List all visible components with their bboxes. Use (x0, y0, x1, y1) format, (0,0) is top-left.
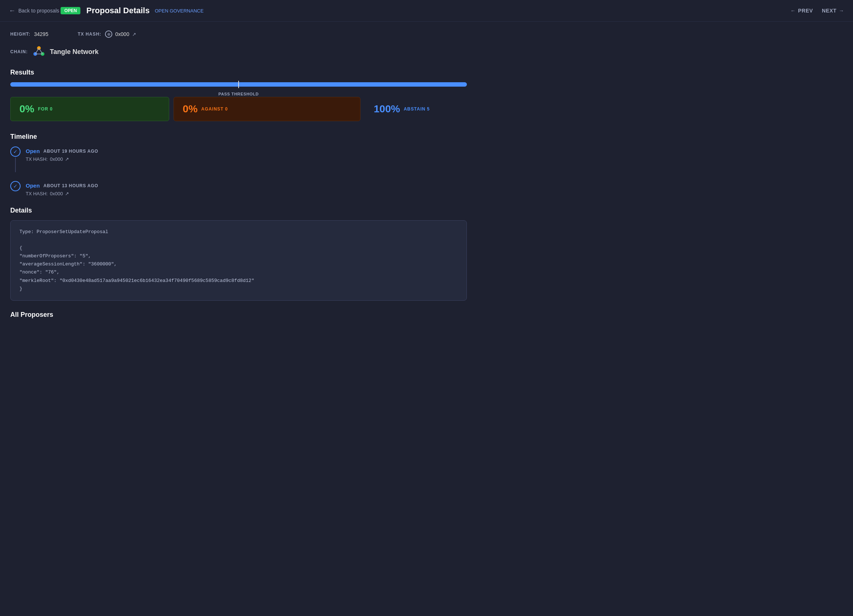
threshold-marker: PASS THRESHOLD (219, 81, 259, 96)
timeline-external-link-icon-2[interactable]: ↗ (65, 191, 69, 196)
height-meta: HEIGHT: 34295 (10, 31, 49, 37)
timeline-title: Timeline (10, 133, 467, 141)
threshold-line (238, 81, 239, 88)
timeline-check-icon-2: ✓ (10, 181, 21, 191)
vote-boxes: 0% FOR 0 0% AGAINST 0 100% ABSTAIN 5 (10, 97, 467, 121)
chain-logo-icon (32, 45, 46, 58)
timeline-connector (15, 158, 16, 172)
prev-arrow-icon: ← (791, 8, 796, 14)
tx-hash-value: 0x000 (115, 31, 129, 37)
open-badge: OPEN (61, 7, 80, 14)
page-content: HEIGHT: 34295 TX HASH: ⊕ 0x000 ↗ CHAIN: … (0, 22, 477, 333)
prev-label: PREV (798, 8, 813, 14)
timeline-tx-value: 0x000 (50, 156, 63, 162)
against-percent: 0% (183, 103, 197, 115)
all-proposers-section: All Proposers (10, 311, 467, 319)
details-code-box: Type: ProposerSetUpdateProposal { "numbe… (10, 220, 467, 300)
timeline-item: ✓ Open ABOUT 13 HOURS AGO TX HASH: 0x000… (10, 181, 467, 196)
timeline-tx-label: TX HASH: (26, 156, 48, 162)
details-line-4: "averageSessionLength": "3600000", (20, 260, 458, 269)
timeline-tx-label-2: TX HASH: (26, 191, 48, 196)
progress-bar-container: PASS THRESHOLD (10, 82, 467, 86)
timeline-time-2: ABOUT 13 HOURS AGO (43, 183, 98, 188)
svg-line-3 (35, 48, 39, 54)
timeline-status: Open (26, 148, 39, 154)
results-title: Results (10, 69, 467, 76)
details-line-5: "nonce": "76", (20, 269, 458, 276)
chain-name: Tangle Network (50, 48, 99, 56)
vote-box-for: 0% FOR 0 (10, 97, 169, 121)
for-percent: 0% (20, 103, 34, 115)
next-arrow-icon: → (839, 8, 844, 14)
header-navigation: ← PREV NEXT → (791, 8, 844, 14)
tx-hash-wrapper: ⊕ 0x000 ↗ (105, 30, 136, 38)
timeline-section: Timeline ✓ Open ABOUT 19 HOURS AGO TX HA… (10, 133, 467, 196)
chain-row: CHAIN: Tangle Network (10, 45, 467, 58)
timeline-icon-wrapper-2: ✓ (10, 181, 21, 191)
next-button[interactable]: NEXT → (822, 8, 844, 14)
timeline-content-2: Open ABOUT 13 HOURS AGO TX HASH: 0x000 ↗ (26, 181, 99, 196)
details-line-1: Type: ProposerSetUpdateProposal (20, 228, 458, 236)
timeline-external-link-icon[interactable]: ↗ (65, 156, 69, 162)
timeline-icon-wrapper: ✓ (10, 146, 21, 172)
back-link[interactable]: ← Back to proposals (9, 7, 59, 15)
vote-box-against: 0% AGAINST 0 (174, 97, 360, 121)
timeline-item: ✓ Open ABOUT 19 HOURS AGO TX HASH: 0x000… (10, 146, 467, 172)
timeline-header: Open ABOUT 19 HOURS AGO (26, 148, 99, 154)
back-label: Back to proposals (18, 8, 59, 14)
back-arrow-icon: ← (9, 7, 15, 15)
for-label: FOR 0 (38, 106, 53, 112)
height-label: HEIGHT: (10, 32, 30, 37)
timeline-tx: TX HASH: 0x000 ↗ (26, 156, 99, 162)
next-label: NEXT (822, 8, 836, 14)
details-section: Details Type: ProposerSetUpdateProposal … (10, 207, 467, 300)
timeline-check-icon: ✓ (10, 146, 21, 157)
details-line-2: { (20, 244, 458, 252)
timeline-time: ABOUT 19 HOURS AGO (43, 149, 98, 154)
all-proposers-title: All Proposers (10, 311, 467, 319)
tx-hash-label: TX HASH: (78, 32, 101, 37)
details-title: Details (10, 207, 467, 214)
abstain-label: ABSTAIN 5 (404, 106, 430, 112)
page-title: Proposal Details (86, 6, 149, 15)
timeline-status-2: Open (26, 182, 39, 189)
results-section: Results PASS THRESHOLD 0% FOR 0 0% AGAIN… (10, 69, 467, 121)
vote-box-abstain: 100% ABSTAIN 5 (365, 97, 467, 121)
abstain-percent: 100% (373, 103, 400, 115)
height-value: 34295 (34, 31, 49, 37)
svg-line-4 (39, 48, 42, 54)
details-line-7: } (20, 285, 458, 293)
details-line-6: "merkleRoot": "0xd0430e48ad517aa9a945021… (20, 277, 458, 285)
tx-circle-icon: ⊕ (105, 30, 112, 38)
meta-row: HEIGHT: 34295 TX HASH: ⊕ 0x000 ↗ (10, 30, 467, 38)
open-governance-link[interactable]: OPEN GOVERNANCE (155, 8, 204, 14)
against-label: AGAINST 0 (201, 106, 228, 112)
timeline-header-2: Open ABOUT 13 HOURS AGO (26, 182, 99, 189)
prev-button[interactable]: ← PREV (791, 8, 814, 14)
timeline-content: Open ABOUT 19 HOURS AGO TX HASH: 0x000 ↗ (26, 146, 99, 162)
tx-external-link-icon[interactable]: ↗ (132, 32, 136, 37)
page-header: ← Back to proposals OPEN Proposal Detail… (0, 0, 853, 22)
threshold-label: PASS THRESHOLD (219, 92, 259, 96)
timeline-tx-value-2: 0x000 (50, 191, 63, 196)
timeline-tx-2: TX HASH: 0x000 ↗ (26, 191, 99, 196)
chain-label: CHAIN: (10, 49, 28, 54)
details-line-3: "numberOfProposers": "5", (20, 252, 458, 260)
tx-hash-meta: TX HASH: ⊕ 0x000 ↗ (78, 30, 137, 38)
